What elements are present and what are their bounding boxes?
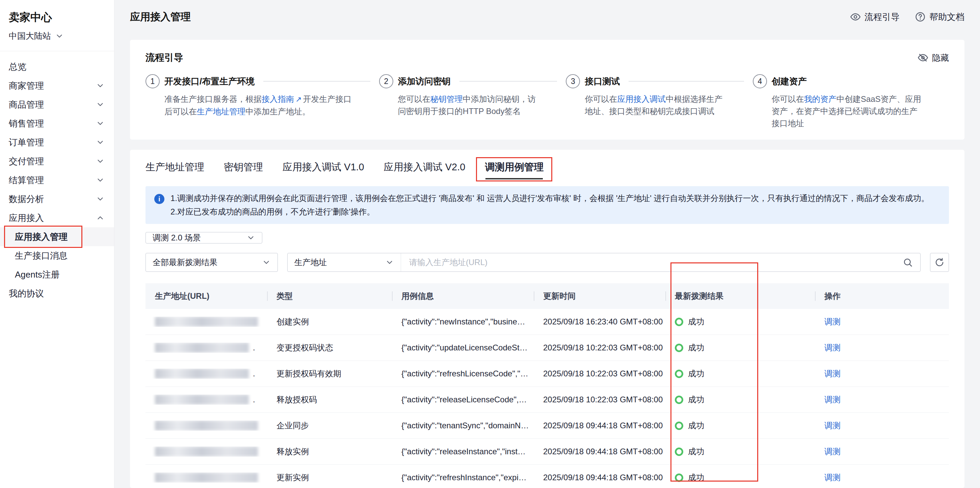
cell-type: 释放实例 — [267, 446, 392, 457]
cell-latest-result: 成功 — [665, 394, 815, 405]
inline-link[interactable]: 我的资产 — [804, 94, 837, 103]
scenario-select[interactable]: 调测 2.0 场景 — [145, 232, 262, 244]
result-filter-select[interactable]: 全部最新拨测结果 — [145, 253, 278, 272]
result-label: 成功 — [688, 420, 704, 431]
sidebar-item-label: 总览 — [9, 61, 26, 73]
debug-action-link[interactable]: 调测 — [824, 420, 841, 431]
cell-type: 企业同步 — [267, 420, 392, 431]
site-selector[interactable]: 中国大陆站 — [9, 30, 64, 41]
sidebar-item[interactable]: 数据分析 — [0, 190, 114, 208]
refresh-button[interactable] — [930, 253, 949, 272]
url-trailing-dot: . — [253, 343, 255, 352]
search-icon[interactable] — [903, 257, 913, 268]
tab-label: 调测用例管理 — [485, 162, 544, 172]
flow-guide-button[interactable]: 流程引导 — [850, 11, 900, 23]
sidebar-item-label: 商品管理 — [9, 99, 44, 111]
question-circle-icon — [915, 12, 925, 22]
search-input[interactable] — [401, 253, 920, 271]
sidebar-item[interactable]: 商家管理 — [0, 76, 114, 95]
inline-text: 准备生产接口服务器，根据 — [164, 94, 262, 103]
hide-guide-label: 隐藏 — [932, 52, 949, 63]
cell-latest-result: 成功 — [665, 342, 815, 353]
refresh-icon — [934, 257, 945, 268]
flow-guide-card: 流程引导 隐藏 1 开发接口/布置生产环境 准备生产接口服务器，根据接入指南↗开… — [130, 40, 964, 139]
sidebar-item[interactable]: 应用接入管理 — [0, 227, 114, 246]
seller-center-title: 卖家中心 — [9, 10, 104, 25]
sidebar-item[interactable]: 商品管理 — [0, 95, 114, 114]
result-label: 成功 — [688, 394, 704, 405]
guide-steps: 1 开发接口/布置生产环境 准备生产接口服务器，根据接入指南↗开发生产接口后可以… — [145, 74, 949, 130]
result-filter-value: 全部最新拨测结果 — [153, 257, 217, 268]
cell-production-url: . — [145, 369, 267, 379]
search-field-select[interactable]: 生产地址 — [288, 253, 401, 271]
tab-label: 应用接入调试 V2.0 — [384, 162, 466, 172]
chevron-down-icon — [96, 81, 105, 90]
inline-link[interactable]: 接入指南 — [262, 94, 294, 103]
masked-url — [155, 472, 258, 483]
debug-action-link[interactable]: 调测 — [824, 368, 841, 379]
guide-card-title: 流程引导 — [145, 51, 183, 64]
sidebar-item[interactable]: 生产接口消息 — [0, 246, 114, 265]
masked-url — [155, 369, 249, 379]
cell-action: 调测 — [815, 342, 949, 353]
help-doc-button[interactable]: 帮助文档 — [915, 11, 964, 23]
table-row: 企业同步 {"activity":"tenantSync","domainN… … — [145, 413, 949, 439]
chevron-down-icon — [96, 195, 105, 203]
sidebar-item[interactable]: 交付管理 — [0, 152, 114, 171]
sidebar: 卖家中心 中国大陆站 总览 商家管理 — [0, 0, 115, 488]
chevron-down-icon — [262, 258, 271, 267]
scenario-select-value: 调测 2.0 场景 — [153, 232, 201, 243]
cell-updated-time: 2025/09/18 10:22:03 GMT+08:00 — [534, 395, 665, 404]
inline-text: 你可以在 — [772, 94, 804, 103]
guide-step: 4 创建资产 你可以在我的资产中创建SaaS资产、应用资产，在资产中选择已经调试… — [753, 74, 949, 130]
cell-production-url — [145, 472, 267, 483]
chevron-down-icon — [96, 100, 105, 109]
table-row: . 更新授权码有效期 {"activity":"refreshLicenseCo… — [145, 361, 949, 387]
external-link-icon: ↗ — [295, 95, 301, 103]
cell-type: 变更授权码状态 — [267, 342, 392, 353]
tab[interactable]: 应用接入调试 V1.0 — [283, 160, 364, 181]
inline-link[interactable]: 秘钥管理 — [430, 94, 463, 103]
main-area: 应用接入管理 流程引导 帮助文档 流程引导 隐 — [115, 0, 980, 488]
tab[interactable]: 生产地址管理 — [145, 160, 204, 181]
header-actions: 流程引导 帮助文档 — [850, 11, 964, 23]
sidebar-item[interactable]: Agents注册 — [0, 265, 114, 284]
debug-action-link[interactable]: 调测 — [824, 472, 841, 483]
sidebar-item[interactable]: 结算管理 — [0, 171, 114, 190]
cell-case-info: {"activity":"updateLicenseCodeSt… — [392, 343, 534, 352]
cell-case-info: {"activity":"refreshLicenseCode","… — [392, 369, 534, 379]
table-row: 创建实例 {"activity":"newInstance","busine… … — [145, 309, 949, 335]
tab-bar: 生产地址管理 密钥管理 应用接入调试 V1.0 应用接入调试 V2.0 — [145, 158, 949, 181]
column-header: 最新拨测结果 — [665, 283, 815, 309]
debug-action-link[interactable]: 调测 — [824, 394, 841, 405]
cell-action: 调测 — [815, 368, 949, 379]
inline-link[interactable]: 应用接入调试 — [617, 94, 666, 103]
cell-case-info: {"activity":"refreshInstance","expi… — [392, 473, 534, 482]
sidebar-item[interactable]: 我的协议 — [0, 284, 114, 303]
table-row: 释放实例 {"activity":"releaseInstance","inst… — [145, 439, 949, 465]
cell-latest-result: 成功 — [665, 420, 815, 431]
guide-step: 3 接口测试 你可以在应用接入调试中根据选择生产地址、接口类型和秘钥完成接口调试 — [566, 74, 752, 130]
success-ring-icon — [675, 448, 683, 456]
debug-action-link[interactable]: 调测 — [824, 316, 841, 327]
cell-updated-time: 2025/09/18 16:23:40 GMT+08:00 — [534, 317, 665, 326]
column-header: 用例信息 — [392, 283, 534, 309]
success-ring-icon — [675, 474, 683, 482]
tab[interactable]: 调测用例管理 — [485, 160, 544, 181]
sidebar-item[interactable]: 订单管理 — [0, 133, 114, 152]
debug-action-link[interactable]: 调测 — [824, 446, 841, 457]
page-title: 应用接入管理 — [130, 10, 191, 24]
tab[interactable]: 密钥管理 — [224, 160, 263, 181]
flow-guide-label: 流程引导 — [865, 11, 900, 23]
cell-latest-result: 成功 — [665, 316, 815, 327]
debug-action-link[interactable]: 调测 — [824, 342, 841, 353]
tab[interactable]: 应用接入调试 V2.0 — [384, 160, 466, 181]
sidebar-item[interactable]: 总览 — [0, 57, 114, 76]
hide-guide-button[interactable]: 隐藏 — [918, 52, 949, 63]
page-header: 应用接入管理 流程引导 帮助文档 — [130, 0, 964, 34]
inline-link[interactable]: 生产地址管理 — [197, 107, 245, 116]
column-header: 更新时间 — [534, 283, 665, 309]
sidebar-item[interactable]: 应用接入 — [0, 208, 114, 227]
column-header: 操作 — [815, 283, 949, 309]
sidebar-item[interactable]: 销售管理 — [0, 114, 114, 133]
